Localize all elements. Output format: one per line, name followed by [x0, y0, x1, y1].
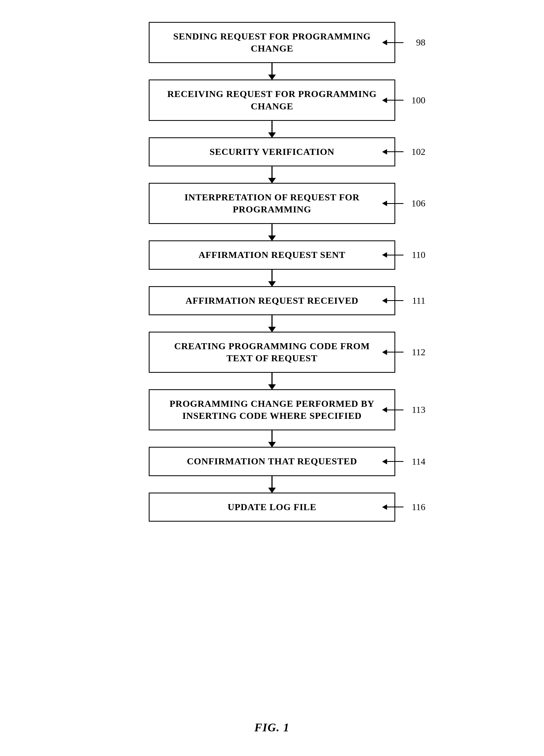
- connector-line-102: [387, 151, 403, 152]
- shaft-111-112: [272, 315, 272, 327]
- arrow-100-102: [149, 121, 395, 137]
- arrow-connector-112: [382, 349, 403, 355]
- arrowhead-110-111: [268, 281, 276, 287]
- box-113: PROGRAMMING CHANGE PERFORMED BY INSERTIN…: [149, 389, 395, 430]
- arrowhead-113: [382, 407, 387, 413]
- arrowhead-114-116: [268, 488, 276, 493]
- box-102: SECURITY VERIFICATION: [149, 137, 395, 166]
- arrowhead-102: [382, 149, 387, 155]
- label-114: 114: [412, 456, 425, 467]
- label-98: 98: [416, 37, 425, 48]
- shaft-106-110: [272, 223, 272, 235]
- arrow-connector-114: [382, 459, 403, 464]
- connector-line-98: [387, 42, 403, 43]
- flow-row-114: CONFIRMATION THAT REQUESTED 114: [80, 447, 464, 476]
- flow-row-112: CREATING PROGRAMMING CODE FROM TEXT OF R…: [80, 332, 464, 373]
- arrow-connector-100: [382, 98, 403, 103]
- connector-line-112: [387, 352, 403, 353]
- arrow-106-110: [149, 224, 395, 240]
- flow-row-116: UPDATE LOG FILE 116: [80, 493, 464, 522]
- arrowhead-116: [382, 504, 387, 510]
- label-111: 111: [412, 295, 425, 306]
- arrowhead-98: [382, 40, 387, 45]
- arrow-connector-102: [382, 149, 403, 155]
- figure-caption: FIG. 1: [255, 721, 290, 734]
- box-98: SENDING REQUEST FOR PROGRAMMING CHANGE: [149, 22, 395, 63]
- arrow-110-111: [149, 270, 395, 286]
- arrow-111-112: [149, 315, 395, 332]
- box-116: UPDATE LOG FILE: [149, 493, 395, 522]
- label-112: 112: [412, 347, 425, 357]
- arrow-connector-110: [382, 252, 403, 258]
- arrowhead-98-100: [268, 75, 276, 80]
- shaft-98-100: [272, 62, 272, 75]
- label-100: 100: [411, 95, 425, 106]
- connector-line-106: [387, 203, 403, 204]
- arrow-112-113: [149, 373, 395, 389]
- arrowhead-106-110: [268, 235, 276, 241]
- box-106: INTERPRETATION OF REQUEST FOR PROGRAMMIN…: [149, 183, 395, 224]
- arrowhead-102-106: [268, 178, 276, 183]
- label-106: 106: [411, 198, 425, 209]
- arrowhead-112: [382, 349, 387, 355]
- label-116: 116: [412, 502, 425, 512]
- flow-row-111: AFFIRMATION REQUEST RECEIVED 111: [80, 286, 464, 315]
- arrow-113-114: [149, 430, 395, 447]
- label-102: 102: [411, 147, 425, 157]
- connector-line-114: [387, 461, 403, 462]
- arrow-connector-98: [382, 40, 403, 45]
- shaft-110-111: [272, 269, 272, 281]
- flow-row-98: SENDING REQUEST FOR PROGRAMMING CHANGE 9…: [80, 22, 464, 63]
- connector-line-110: [387, 255, 403, 255]
- shaft-113-114: [272, 430, 272, 442]
- arrowhead-110: [382, 252, 387, 258]
- connector-line-100: [387, 100, 403, 101]
- box-110: AFFIRMATION REQUEST SENT: [149, 240, 395, 269]
- box-100: RECEIVING REQUEST FOR PROGRAMMING CHANGE: [149, 79, 395, 121]
- box-111: AFFIRMATION REQUEST RECEIVED: [149, 286, 395, 315]
- arrowhead-100: [382, 98, 387, 103]
- arrow-connector-106: [382, 201, 403, 206]
- flow-row-110: AFFIRMATION REQUEST SENT 110: [80, 240, 464, 269]
- label-110: 110: [412, 250, 425, 260]
- arrowhead-112-113: [268, 384, 276, 390]
- arrow-connector-116: [382, 504, 403, 510]
- arrowhead-111: [382, 298, 387, 303]
- box-114: CONFIRMATION THAT REQUESTED: [149, 447, 395, 476]
- arrowhead-113-114: [268, 442, 276, 447]
- arrowhead-111-112: [268, 327, 276, 332]
- shaft-102-106: [272, 166, 272, 178]
- arrow-connector-113: [382, 407, 403, 413]
- label-113: 113: [412, 405, 425, 415]
- arrowhead-100-102: [268, 132, 276, 138]
- connector-line-116: [387, 507, 403, 507]
- flow-row-113: PROGRAMMING CHANGE PERFORMED BY INSERTIN…: [80, 389, 464, 430]
- arrowhead-114: [382, 459, 387, 464]
- flow-row-106: INTERPRETATION OF REQUEST FOR PROGRAMMIN…: [80, 183, 464, 224]
- connector-line-111: [387, 300, 403, 301]
- arrow-114-116: [149, 476, 395, 493]
- arrow-98-100: [149, 63, 395, 79]
- flow-row-102: SECURITY VERIFICATION 102: [80, 137, 464, 166]
- arrow-102-106: [149, 166, 395, 183]
- flowchart-diagram: SENDING REQUEST FOR PROGRAMMING CHANGE 9…: [80, 16, 464, 522]
- connector-line-113: [387, 410, 403, 410]
- shaft-114-116: [272, 476, 272, 488]
- shaft-100-102: [272, 120, 272, 132]
- box-112: CREATING PROGRAMMING CODE FROM TEXT OF R…: [149, 332, 395, 373]
- shaft-112-113: [272, 372, 272, 384]
- flow-row-100: RECEIVING REQUEST FOR PROGRAMMING CHANGE…: [80, 79, 464, 121]
- arrow-connector-111: [382, 298, 403, 303]
- arrowhead-106: [382, 201, 387, 206]
